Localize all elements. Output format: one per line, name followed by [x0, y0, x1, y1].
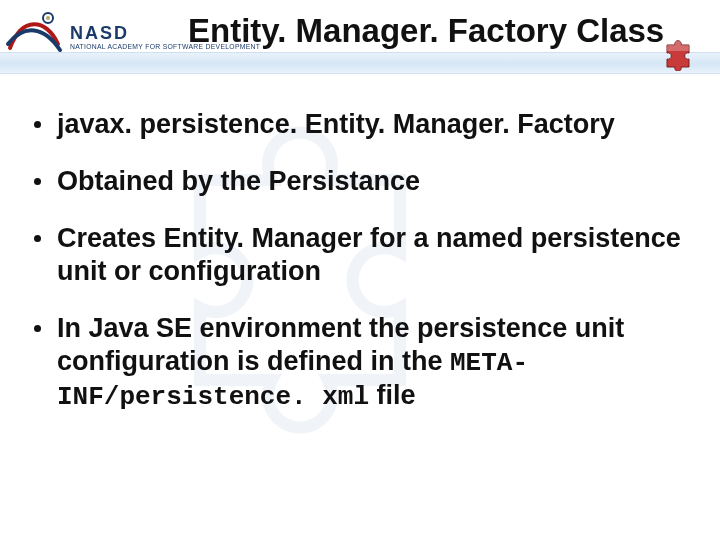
bullet-item: javax. persistence. Entity. Manager. Fac…: [34, 108, 690, 141]
bullet-item: Obtained by the Persistance: [34, 165, 690, 198]
bullet-text: In Java SE environment the persistence u…: [57, 312, 690, 414]
header: NASD NATIONAL ACADEMY FOR SOFTWARE DEVEL…: [0, 0, 720, 78]
puzzle-piece-icon: [662, 39, 694, 71]
bullet-text: javax. persistence. Entity. Manager. Fac…: [57, 108, 690, 141]
bullet-text-pre: In Java SE environment the persistence u…: [57, 313, 624, 376]
bullet-dot-icon: [34, 235, 41, 242]
slide: NASD NATIONAL ACADEMY FOR SOFTWARE DEVEL…: [0, 0, 720, 540]
bullet-item: Creates Entity. Manager for a named pers…: [34, 222, 690, 288]
bullet-item: In Java SE environment the persistence u…: [34, 312, 690, 414]
bullet-text: Creates Entity. Manager for a named pers…: [57, 222, 690, 288]
svg-point-1: [46, 16, 50, 20]
bullet-dot-icon: [34, 121, 41, 128]
bullet-dot-icon: [34, 178, 41, 185]
slide-title: Entity. Manager. Factory Class: [188, 12, 708, 50]
bullet-dot-icon: [34, 325, 41, 332]
bullet-text: Obtained by the Persistance: [57, 165, 690, 198]
bullet-list: javax. persistence. Entity. Manager. Fac…: [34, 108, 690, 438]
bullet-text-post: file: [369, 380, 416, 410]
logo-mark: [4, 6, 64, 62]
